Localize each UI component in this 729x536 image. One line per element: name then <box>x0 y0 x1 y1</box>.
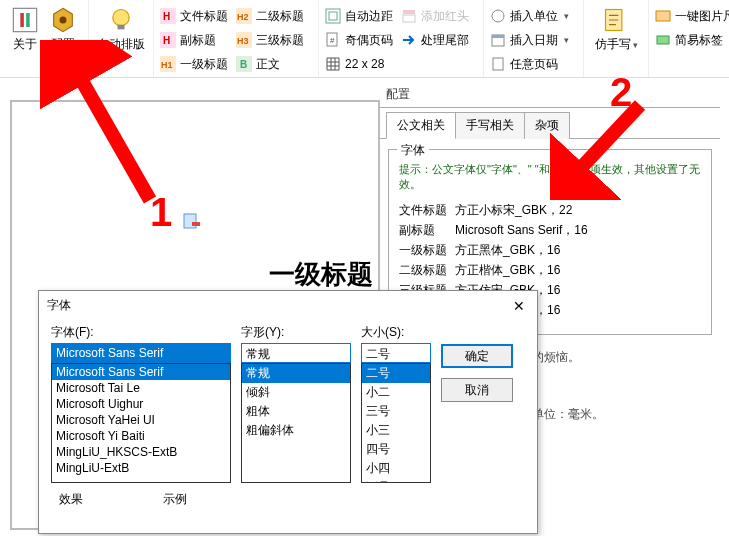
h1-button[interactable]: H1一级标题 <box>160 54 228 74</box>
svg-rect-20 <box>329 12 337 20</box>
svg-rect-32 <box>657 36 669 44</box>
svg-point-4 <box>60 17 67 24</box>
fieldset-legend: 字体 <box>397 142 429 159</box>
insert-date-button[interactable]: 插入日期▾ <box>490 30 569 50</box>
svg-point-26 <box>492 10 504 22</box>
list-item[interactable]: Microsoft Tai Le <box>52 380 230 396</box>
bulb-icon <box>107 6 135 34</box>
list-item[interactable]: Microsoft Sans Serif <box>52 364 230 380</box>
redhead-button[interactable]: 添加红头 <box>401 6 469 26</box>
svg-rect-1 <box>20 13 24 27</box>
list-item[interactable]: Microsoft YaHei UI <box>52 412 230 428</box>
h2-button[interactable]: H2二级标题 <box>236 6 304 26</box>
svg-point-5 <box>113 10 129 26</box>
body-icon: B <box>236 56 252 72</box>
list-item[interactable]: Microsoft Yi Baiti <box>52 428 230 444</box>
list-item[interactable]: MingLiU_HKSCS-ExtB <box>52 444 230 460</box>
sample-heading: 示例 <box>163 491 187 508</box>
about-button[interactable]: 关于 <box>6 4 44 53</box>
tail-button[interactable]: 处理尾部 <box>401 30 469 50</box>
svg-rect-0 <box>13 8 36 31</box>
tab-gongwen[interactable]: 公文相关 <box>386 112 456 139</box>
calendar-icon <box>490 32 506 48</box>
anypage-button[interactable]: 任意页码 <box>490 54 569 74</box>
svg-rect-6 <box>118 25 125 30</box>
svg-text:H2: H2 <box>237 12 249 22</box>
tag-icon <box>655 32 671 48</box>
font-dialog: 字体 ✕ 字体(F): Microsoft Sans Serif Microso… <box>38 290 538 534</box>
svg-rect-2 <box>26 13 29 27</box>
svg-rect-19 <box>326 9 340 23</box>
image-icon <box>655 8 671 24</box>
page-num-icon <box>490 56 506 72</box>
body-button[interactable]: B正文 <box>236 54 304 74</box>
svg-line-38 <box>565 105 640 185</box>
simpletag-button[interactable]: 简易标签 <box>655 30 729 50</box>
svg-text:H: H <box>163 35 170 46</box>
list-item[interactable]: 五号 <box>362 478 430 483</box>
tab-handwrite[interactable]: 手写相关 <box>455 112 525 139</box>
list-item[interactable]: Microsoft Uighur <box>52 396 230 412</box>
file-title-font[interactable]: 方正小标宋_GBK，22 <box>455 202 572 219</box>
gear-icon <box>49 6 77 34</box>
list-item[interactable]: 四号 <box>362 440 430 459</box>
margin-icon <box>325 8 341 24</box>
h3-button[interactable]: H3三级标题 <box>236 30 304 50</box>
grid-button[interactable]: 22 x 28 <box>325 54 393 74</box>
font-input[interactable]: Microsoft Sans Serif <box>51 343 231 363</box>
list-item[interactable]: 三号 <box>362 402 430 421</box>
svg-text:H3: H3 <box>237 36 249 46</box>
svg-text:B: B <box>240 59 247 70</box>
list-item[interactable]: 二号 <box>362 364 430 383</box>
arrow-1 <box>40 40 160 210</box>
cancel-button[interactable]: 取消 <box>441 378 513 402</box>
svg-rect-24 <box>403 10 415 14</box>
dialog-title: 字体 <box>47 297 71 314</box>
subtitle-button[interactable]: H副标题 <box>160 30 228 50</box>
svg-line-36 <box>70 60 150 200</box>
handwrite-button[interactable]: 仿手写▾ <box>590 4 642 53</box>
list-item[interactable]: 常规 <box>242 364 350 383</box>
font-field-label: 字体(F): <box>51 324 231 341</box>
style-list[interactable]: 常规倾斜粗体粗偏斜体 <box>241 363 351 483</box>
file-title-button[interactable]: H文件标题 <box>160 6 228 26</box>
list-item[interactable]: 小二 <box>362 383 430 402</box>
list-item[interactable]: 小四 <box>362 459 430 478</box>
h1-icon: H1 <box>160 56 176 72</box>
close-button[interactable]: ✕ <box>509 298 529 314</box>
style-field-label: 字形(Y): <box>241 324 351 341</box>
style-input[interactable]: 常规 <box>241 343 351 363</box>
svg-rect-34 <box>192 222 200 226</box>
h2-font[interactable]: 方正楷体_GBK，16 <box>455 262 560 279</box>
arrow-right-icon <box>401 32 417 48</box>
subtitle-font[interactable]: Microsoft Sans Serif，16 <box>455 222 588 239</box>
h2-icon: H2 <box>236 8 252 24</box>
size-field-label: 大小(S): <box>361 324 431 341</box>
list-item[interactable]: 粗体 <box>242 402 350 421</box>
svg-rect-31 <box>656 11 670 21</box>
effects-heading: 效果 <box>59 491 83 508</box>
autoedge-button[interactable]: 自动边距 <box>325 6 393 26</box>
imgsize-button[interactable]: 一键图片尺寸 <box>655 6 729 26</box>
h1-font[interactable]: 方正黑体_GBK，16 <box>455 242 560 259</box>
font-list[interactable]: Microsoft Sans SerifMicrosoft Tai LeMicr… <box>51 363 231 483</box>
svg-text:H1: H1 <box>161 60 173 70</box>
doc-heading-text: 一级标题 <box>269 257 373 292</box>
list-item[interactable]: 倾斜 <box>242 383 350 402</box>
grid-icon <box>325 56 341 72</box>
oddpage-button[interactable]: #奇偶页码 <box>325 30 393 50</box>
chevron-down-icon: ▾ <box>564 35 569 45</box>
list-item[interactable]: MingLiU-ExtB <box>52 460 230 476</box>
ok-button[interactable]: 确定 <box>441 344 513 368</box>
insert-unit-button[interactable]: 插入单位▾ <box>490 6 569 26</box>
size-input[interactable]: 二号 <box>361 343 431 363</box>
list-item[interactable]: 粗偏斜体 <box>242 421 350 440</box>
doc-marker-icon <box>182 212 200 230</box>
size-list[interactable]: 二号小二三号小三四号小四五号 <box>361 363 431 483</box>
svg-rect-28 <box>492 35 504 38</box>
list-item[interactable]: 小三 <box>362 421 430 440</box>
svg-rect-25 <box>403 15 415 22</box>
svg-text:#: # <box>330 36 335 45</box>
about-label: 关于 <box>13 36 37 53</box>
about-icon <box>11 6 39 34</box>
